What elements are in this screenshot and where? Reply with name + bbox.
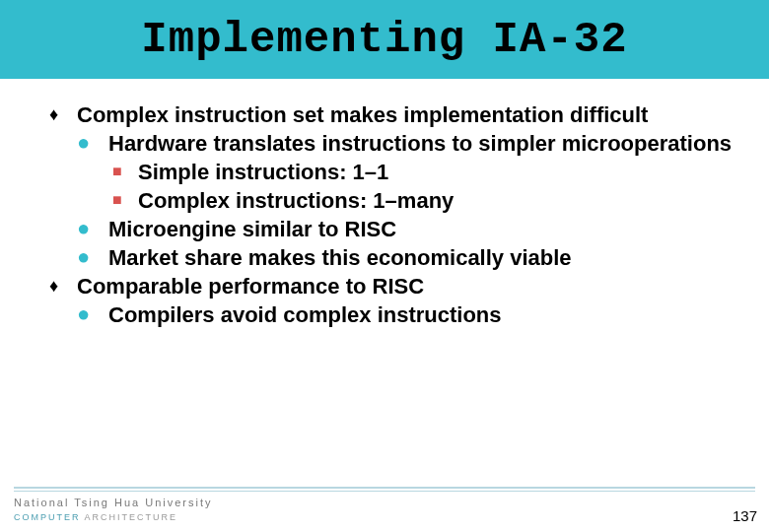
square-bullet-icon: ■ xyxy=(112,186,138,215)
footer-divider xyxy=(14,487,755,489)
bullet-text: Comparable performance to RISC xyxy=(77,272,739,300)
department-name: COMPUTER ARCHITECTURE xyxy=(14,512,177,522)
bullet-text: Complex instructions: 1–many xyxy=(138,186,739,215)
page-number: 137 xyxy=(733,507,757,524)
bullet-text: Market share makes this economically via… xyxy=(108,243,739,272)
university-name: National Tsing Hua University xyxy=(14,497,212,508)
bullet-level3: ■ Simple instructions: 1–1 xyxy=(49,158,739,186)
bullet-level1: ♦ Complex instruction set makes implemen… xyxy=(49,100,739,129)
bullet-level3: ■ Complex instructions: 1–many xyxy=(49,186,739,215)
bullet-text: Simple instructions: 1–1 xyxy=(138,158,739,186)
bullet-level2: ● Hardware translates instructions to si… xyxy=(49,129,739,158)
slide-title: Implementing IA-32 xyxy=(141,15,627,64)
bullet-level2: ● Market share makes this economically v… xyxy=(49,243,739,272)
slide-content: ♦ Complex instruction set makes implemen… xyxy=(0,79,769,329)
dot-bullet-icon: ● xyxy=(77,300,108,329)
bullet-text: Hardware translates instructions to simp… xyxy=(108,129,739,158)
slide-footer: National Tsing Hua University COMPUTER A… xyxy=(0,487,769,532)
dot-bullet-icon: ● xyxy=(77,129,108,158)
diamond-bullet-icon: ♦ xyxy=(49,272,77,300)
dept-word-computer: COMPUTER xyxy=(14,512,81,522)
bullet-text: Microengine similar to RISC xyxy=(108,215,739,243)
title-bar: Implementing IA-32 xyxy=(0,0,769,79)
square-bullet-icon: ■ xyxy=(112,158,138,186)
dept-word-architecture: ARCHITECTURE xyxy=(81,512,178,522)
bullet-level2: ● Compilers avoid complex instructions xyxy=(49,300,739,329)
bullet-text: Compilers avoid complex instructions xyxy=(108,300,739,329)
diamond-bullet-icon: ♦ xyxy=(49,100,77,129)
footer-divider xyxy=(14,491,755,492)
bullet-level2: ● Microengine similar to RISC xyxy=(49,215,739,243)
bullet-text: Complex instruction set makes implementa… xyxy=(77,100,739,129)
dot-bullet-icon: ● xyxy=(77,243,108,272)
dot-bullet-icon: ● xyxy=(77,215,108,243)
bullet-level1: ♦ Comparable performance to RISC xyxy=(49,272,739,300)
